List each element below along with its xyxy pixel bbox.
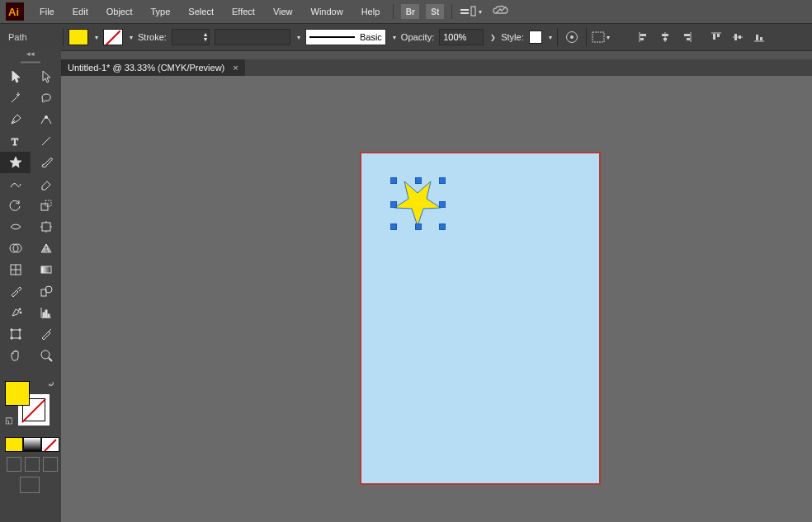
menu-view[interactable]: View xyxy=(265,3,301,20)
shape-builder-tool[interactable] xyxy=(0,237,31,259)
svg-point-42 xyxy=(41,350,50,359)
selection-handle[interactable] xyxy=(439,201,446,208)
variable-width-profile[interactable] xyxy=(215,29,290,45)
svg-point-37 xyxy=(20,312,21,313)
direct-selection-tool[interactable] xyxy=(31,66,61,87)
align-right-button[interactable] xyxy=(677,28,696,46)
selection-handle[interactable] xyxy=(439,177,446,184)
graphic-style-swatch[interactable] xyxy=(529,31,542,44)
align-top-button[interactable] xyxy=(707,28,725,46)
svg-rect-41 xyxy=(12,330,20,338)
artboard[interactable] xyxy=(361,153,599,483)
mesh-tool[interactable] xyxy=(0,259,31,280)
opacity-flyout-icon[interactable]: ❯ xyxy=(490,34,496,41)
gradient-tool[interactable] xyxy=(31,259,61,280)
perspective-grid-tool[interactable] xyxy=(31,237,61,259)
eraser-tool[interactable] xyxy=(31,173,61,195)
bridge-button[interactable]: Br xyxy=(401,4,419,19)
free-transform-tool[interactable] xyxy=(31,216,61,237)
gpu-performance-icon[interactable] xyxy=(492,4,510,19)
type-tool[interactable]: T xyxy=(0,130,31,152)
arrange-documents-button[interactable]: ▾ xyxy=(460,6,482,17)
document-tab[interactable]: Untitled-1* @ 33.33% (CMYK/Preview) × xyxy=(61,59,245,76)
pen-tool[interactable] xyxy=(0,109,31,130)
zoom-tool[interactable] xyxy=(31,345,61,366)
svg-rect-27 xyxy=(41,204,48,210)
brush-definition[interactable]: Basic xyxy=(305,29,386,45)
svg-rect-39 xyxy=(45,310,47,317)
curvature-tool[interactable] xyxy=(31,109,61,130)
svg-rect-16 xyxy=(713,34,715,40)
rotate-tool[interactable] xyxy=(0,195,31,216)
scale-tool[interactable] xyxy=(31,195,61,216)
panel-grip[interactable] xyxy=(0,59,61,66)
none-mode-button[interactable] xyxy=(41,437,59,452)
stroke-swatch[interactable] xyxy=(103,29,123,45)
column-graph-tool[interactable] xyxy=(31,302,61,323)
screen-mode-button[interactable] xyxy=(20,477,40,493)
stock-button[interactable]: St xyxy=(426,4,444,19)
align-to-button[interactable]: ▾ xyxy=(592,28,610,46)
chevron-down-icon[interactable]: ▾ xyxy=(130,34,133,41)
fill-proxy[interactable] xyxy=(5,381,30,406)
menu-object[interactable]: Object xyxy=(98,3,141,20)
lasso-tool[interactable] xyxy=(31,87,61,109)
opacity-field[interactable]: 100% xyxy=(439,29,484,45)
selection-handle[interactable] xyxy=(415,177,422,184)
default-fill-stroke-icon[interactable]: ◱ xyxy=(5,416,12,425)
align-bottom-button[interactable] xyxy=(750,28,768,46)
stroke-weight-field[interactable]: ▴▾ xyxy=(172,29,210,45)
menu-effect[interactable]: Effect xyxy=(224,3,263,20)
align-vcenter-button[interactable] xyxy=(729,28,747,46)
draw-normal-button[interactable] xyxy=(7,457,21,472)
swap-fill-stroke-icon[interactable]: ⤾ xyxy=(48,379,54,388)
chevron-down-icon[interactable]: ▾ xyxy=(95,34,98,41)
canvas-area[interactable] xyxy=(61,76,812,522)
artboard-tool[interactable] xyxy=(0,323,31,345)
menu-edit[interactable]: Edit xyxy=(64,3,97,20)
gradient-mode-button[interactable] xyxy=(23,437,41,452)
star-shape-selected[interactable] xyxy=(393,180,442,228)
chevron-down-icon: ▾ xyxy=(607,34,610,41)
svg-rect-23 xyxy=(760,37,762,40)
fill-swatch[interactable] xyxy=(68,29,88,45)
menu-separator xyxy=(393,4,394,19)
draw-inside-button[interactable] xyxy=(43,457,58,472)
magic-wand-tool[interactable] xyxy=(0,87,31,109)
selection-tool[interactable] xyxy=(0,66,31,87)
paintbrush-tool[interactable] xyxy=(31,152,61,173)
menu-window[interactable]: Window xyxy=(303,3,352,20)
width-tool[interactable] xyxy=(0,216,31,237)
eyedropper-tool[interactable] xyxy=(0,280,31,302)
draw-behind-button[interactable] xyxy=(25,457,40,472)
shaper-tool[interactable] xyxy=(0,173,31,195)
recolor-artwork-button[interactable] xyxy=(563,28,581,46)
selection-handle[interactable] xyxy=(390,201,397,208)
symbol-sprayer-tool[interactable] xyxy=(0,302,31,323)
selection-handle[interactable] xyxy=(439,223,446,230)
slice-tool[interactable] xyxy=(31,323,61,345)
selection-handle[interactable] xyxy=(390,177,397,184)
chevron-down-icon: ▾ xyxy=(479,8,482,16)
close-tab-button[interactable]: × xyxy=(233,63,238,73)
menu-help[interactable]: Help xyxy=(353,3,389,20)
hand-tool[interactable] xyxy=(0,345,31,366)
app-logo-ai-icon: Ai xyxy=(5,2,25,21)
selection-handle[interactable] xyxy=(390,223,397,230)
line-segment-tool[interactable] xyxy=(31,130,61,152)
style-label: Style: xyxy=(501,32,524,42)
chevron-down-icon[interactable]: ▾ xyxy=(297,34,300,41)
align-left-button[interactable] xyxy=(635,28,653,46)
svg-rect-14 xyxy=(687,38,690,40)
blend-tool[interactable] xyxy=(31,280,61,302)
color-mode-button[interactable] xyxy=(5,437,23,452)
chevron-down-icon[interactable]: ▾ xyxy=(393,34,396,41)
selection-type-label: Path xyxy=(5,32,58,42)
menu-file[interactable]: File xyxy=(31,3,63,20)
menu-select[interactable]: Select xyxy=(180,3,222,20)
star-tool[interactable] xyxy=(0,152,31,173)
menu-type[interactable]: Type xyxy=(143,3,179,20)
align-hcenter-button[interactable] xyxy=(656,28,674,46)
selection-handle[interactable] xyxy=(415,223,422,230)
chevron-down-icon[interactable]: ▾ xyxy=(549,34,552,41)
